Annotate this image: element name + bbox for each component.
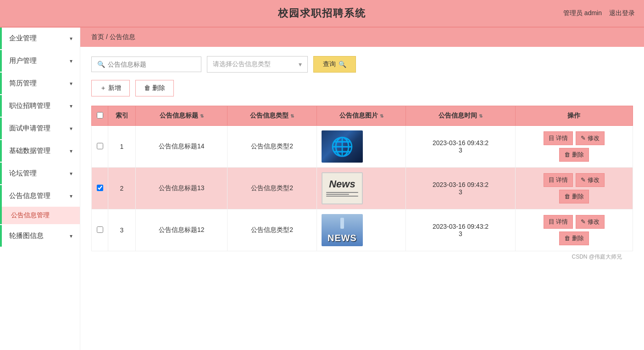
add-button[interactable]: ＋ 新增 [91,80,130,96]
breadcrumb-separator: / [106,33,108,40]
sidebar-item-header-job[interactable]: 职位招聘管理▾ [2,95,80,117]
sidebar-label-resume: 简历管理 [9,79,37,88]
row-actions-container-2: 目 详情 ✎ 修改 🗑 删除 [520,173,628,203]
time-sort-icon: ⇅ [479,113,483,119]
row-actions-container-3: 目 详情 ✎ 修改 🗑 删除 [520,215,628,245]
title-sort-icon: ⇅ [200,113,204,119]
row-image-1 [316,126,406,168]
row-index-3: 3 [108,209,136,251]
detail-button-3[interactable]: 目 详情 [544,215,573,229]
row-time-1: 2023-03-16 09:43:23 [406,126,515,168]
row-actions-top-3: 目 详情 ✎ 修改 [544,215,605,229]
watermark: CSDN @伟庭大师兄 [91,251,633,263]
sidebar-item-announcement: 公告信息管理▾公告信息管理 [0,185,80,224]
add-label: ＋ 新增 [100,84,121,92]
type-select[interactable]: 请选择公告信息类型 ▾ [207,56,308,73]
sidebar: 企业管理▾用户管理▾简历管理▾职位招聘管理▾面试申请管理▾基础数据管理▾论坛管理… [0,28,80,350]
chevron-icon-announcement: ▾ [70,193,72,199]
type-sort-icon: ⇅ [290,113,294,119]
sidebar-item-user: 用户管理▾ [0,50,80,72]
edit-button-2[interactable]: ✎ 修改 [576,173,605,187]
breadcrumb-home[interactable]: 首页 [91,33,104,40]
sidebar-item-header-basic[interactable]: 基础数据管理▾ [2,140,80,162]
th-checkbox [92,106,108,126]
sidebar-sub-item-announcement-list[interactable]: 公告信息管理 [2,207,80,224]
header: 校园求职招聘系统 管理员 admin 退出登录 [0,0,644,28]
select-all-checkbox[interactable] [97,112,103,119]
logout-button[interactable]: 退出登录 [609,9,635,17]
row-time-2: 2023-03-16 09:43:23 [406,168,515,209]
type-select-placeholder: 请选择公告信息类型 [213,60,271,68]
main-content: 首页 / 公告信息 🔍 请选择公告信息类型 ▾ 查询 🔍 [80,28,644,350]
chevron-icon-resume: ▾ [70,80,72,87]
table-row: 3公告信息标题12公告信息类型2 NEWS 2023-03-16 09:43:2… [92,209,633,251]
th-action: 操作 [515,106,633,126]
search-bar: 🔍 请选择公告信息类型 ▾ 查询 🔍 [91,56,633,73]
query-label: 查询 [323,60,336,68]
row-actions-container-1: 目 详情 ✎ 修改 🗑 删除 [520,131,628,162]
sidebar-item-resume: 简历管理▾ [0,73,80,94]
th-time: 公告信息时间 ⇅ [406,106,515,126]
row-actions-2: 目 详情 ✎ 修改 🗑 删除 [515,168,633,209]
title-search-container: 🔍 [91,56,201,72]
sidebar-item-header-resume[interactable]: 简历管理▾ [2,73,80,94]
sidebar-label-announcement: 公告信息管理 [9,192,50,200]
newspaper-image: News [322,172,363,204]
th-title: 公告信息标题 ⇅ [136,106,228,126]
row-checkbox-1[interactable] [97,143,103,149]
breadcrumb-current: 公告信息 [110,33,135,40]
row-checkbox-3[interactable] [97,226,103,233]
th-type: 公告信息类型 ⇅ [228,106,317,126]
news-text: News [329,179,355,189]
blue-news-text: NEWS [328,233,357,243]
title-search-input[interactable] [108,61,195,68]
detail-button-1[interactable]: 目 详情 [544,131,573,145]
row-actions-top-2: 目 详情 ✎ 修改 [544,173,605,187]
sidebar-item-header-forum[interactable]: 论坛管理▾ [2,163,80,184]
breadcrumb: 首页 / 公告信息 [80,28,644,47]
row-checkbox-2[interactable] [97,185,103,191]
row-image-3: NEWS [316,209,406,251]
edit-button-1[interactable]: ✎ 修改 [576,131,605,145]
news-lines [326,191,358,198]
row-delete-button-1[interactable]: 🗑 删除 [559,148,589,162]
header-user-area: 管理员 admin 退出登录 [563,9,635,17]
main-layout: 企业管理▾用户管理▾简历管理▾职位招聘管理▾面试申请管理▾基础数据管理▾论坛管理… [0,28,644,350]
row-index-2: 2 [108,168,136,209]
query-button[interactable]: 查询 🔍 [313,56,356,73]
sidebar-label-basic: 基础数据管理 [9,147,50,155]
sidebar-item-job: 职位招聘管理▾ [0,95,80,117]
chevron-icon-job: ▾ [70,103,72,109]
row-type-3: 公告信息类型2 [228,209,317,251]
row-title-3: 公告信息标题12 [136,209,228,251]
batch-delete-button[interactable]: 🗑 删除 [135,80,174,96]
row-actions-3: 目 详情 ✎ 修改 🗑 删除 [515,209,633,251]
row-actions-top-1: 目 详情 ✎ 修改 [544,131,605,145]
row-type-1: 公告信息类型2 [228,126,317,168]
announcement-table: 索引 公告信息标题 ⇅ 公告信息类型 ⇅ [91,106,633,251]
sidebar-item-basic: 基础数据管理▾ [0,140,80,162]
detail-button-2[interactable]: 目 详情 [544,173,573,187]
delete-label: 🗑 删除 [144,84,165,92]
edit-button-3[interactable]: ✎ 修改 [576,215,605,229]
sidebar-item-company: 企业管理▾ [0,28,80,49]
row-delete-button-3[interactable]: 🗑 删除 [559,231,589,245]
sidebar-label-user: 用户管理 [9,56,37,65]
sidebar-item-header-carousel[interactable]: 轮播图信息▾ [2,225,80,247]
sidebar-item-header-announcement[interactable]: 公告信息管理▾ [2,185,80,207]
sidebar-item-interview: 面试申请管理▾ [0,118,80,139]
row-type-2: 公告信息类型2 [228,168,317,209]
row-title-1: 公告信息标题14 [136,126,228,168]
action-bar: ＋ 新增 🗑 删除 [91,80,633,96]
sidebar-item-header-interview[interactable]: 面试申请管理▾ [2,118,80,139]
row-title-2: 公告信息标题13 [136,168,228,209]
sidebar-item-carousel: 轮播图信息▾ [0,225,80,247]
sidebar-item-forum: 论坛管理▾ [0,163,80,184]
sidebar-item-header-user[interactable]: 用户管理▾ [2,50,80,72]
chevron-icon-basic: ▾ [70,148,72,154]
chevron-icon-user: ▾ [70,58,72,64]
chevron-icon-company: ▾ [70,35,72,42]
row-delete-button-2[interactable]: 🗑 删除 [559,190,589,203]
sidebar-item-header-company[interactable]: 企业管理▾ [2,28,80,49]
row-image-2: News [316,168,406,209]
